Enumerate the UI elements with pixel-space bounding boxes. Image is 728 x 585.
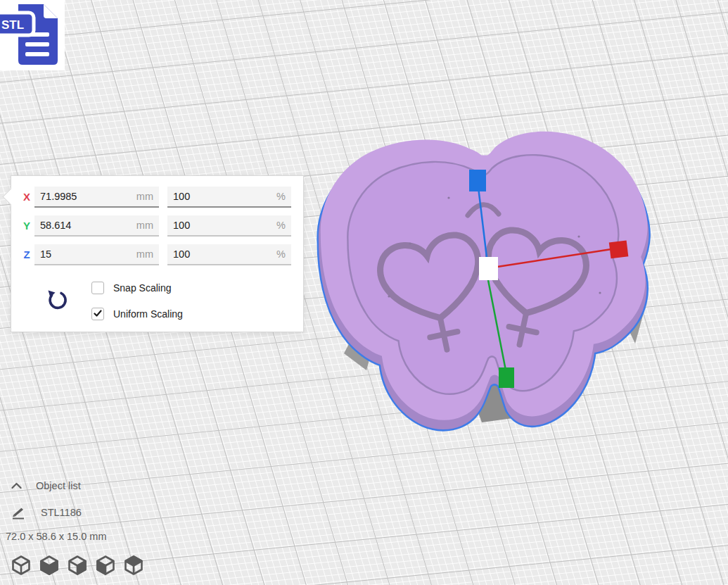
snap-scaling-checkbox[interactable] — [91, 282, 104, 294]
y-size-input[interactable] — [40, 220, 132, 231]
chevron-up-icon — [11, 482, 22, 489]
camera-view-toolbar — [11, 555, 143, 576]
x-percent-unit: % — [276, 191, 286, 202]
scale-row-z: Z mm % — [11, 244, 303, 265]
view-right-button[interactable] — [124, 555, 143, 576]
uniform-scaling-label: Uniform Scaling — [113, 308, 183, 320]
stl-file-icon: STL — [0, 0, 65, 70]
viewport-3d-model[interactable] — [305, 131, 663, 441]
y-size-unit: mm — [136, 220, 153, 231]
snap-scaling-option: Snap Scaling — [91, 281, 172, 294]
z-size-input[interactable] — [40, 249, 132, 260]
front-view-icon — [39, 555, 59, 576]
view-3d-button[interactable] — [11, 555, 31, 576]
axis-y-label: Y — [20, 220, 34, 232]
x-percent-input[interactable] — [173, 191, 272, 202]
checkmark-icon — [94, 310, 102, 317]
top-view-icon — [68, 555, 87, 576]
scale-row-y: Y mm % — [11, 215, 303, 237]
gizmo-center-handle[interactable] — [479, 257, 498, 280]
object-list-item[interactable]: STL1186 — [11, 505, 82, 520]
snap-scaling-label: Snap Scaling — [113, 282, 172, 294]
object-dimensions: 72.0 x 58.6 x 15.0 mm — [6, 531, 106, 542]
gizmo-y-handle[interactable] — [499, 367, 514, 388]
3d-view-icon — [11, 555, 31, 576]
svg-text:STL: STL — [1, 18, 24, 32]
z-percent-field[interactable]: % — [167, 244, 291, 265]
object-name: STL1186 — [41, 507, 82, 518]
uniform-scaling-option: Uniform Scaling — [91, 307, 183, 320]
z-percent-unit: % — [276, 249, 286, 260]
object-list-title: Object list — [36, 480, 81, 491]
gizmo-x-handle[interactable] — [609, 240, 629, 258]
axis-x-label: X — [20, 191, 34, 203]
right-view-icon — [124, 555, 143, 576]
view-top-button[interactable] — [68, 555, 87, 576]
scale-tool-panel: X mm % Y mm % Z mm % — [11, 175, 304, 332]
reset-scale-button[interactable] — [44, 289, 68, 313]
x-size-input[interactable] — [40, 191, 132, 202]
axis-z-label: Z — [20, 249, 34, 260]
view-front-button[interactable] — [39, 555, 59, 576]
x-percent-field[interactable]: % — [167, 187, 291, 208]
y-percent-unit: % — [276, 220, 286, 231]
stl-badge: STL — [0, 13, 34, 35]
left-view-icon — [96, 555, 115, 576]
gizmo-z-handle[interactable] — [469, 170, 486, 191]
z-percent-input[interactable] — [173, 249, 272, 260]
x-size-field[interactable]: mm — [34, 187, 159, 208]
reset-scale-icon — [44, 289, 68, 313]
z-size-field[interactable]: mm — [34, 244, 159, 265]
z-size-unit: mm — [136, 249, 153, 260]
object-list-header[interactable]: Object list — [11, 480, 81, 491]
view-left-button[interactable] — [96, 555, 115, 576]
uniform-scaling-checkbox[interactable] — [91, 308, 104, 320]
scale-row-x: X mm % — [11, 187, 303, 208]
y-percent-input[interactable] — [173, 220, 272, 231]
y-percent-field[interactable]: % — [167, 215, 291, 237]
y-size-field[interactable]: mm — [34, 215, 159, 237]
pencil-icon — [11, 505, 26, 520]
x-size-unit: mm — [136, 191, 153, 202]
